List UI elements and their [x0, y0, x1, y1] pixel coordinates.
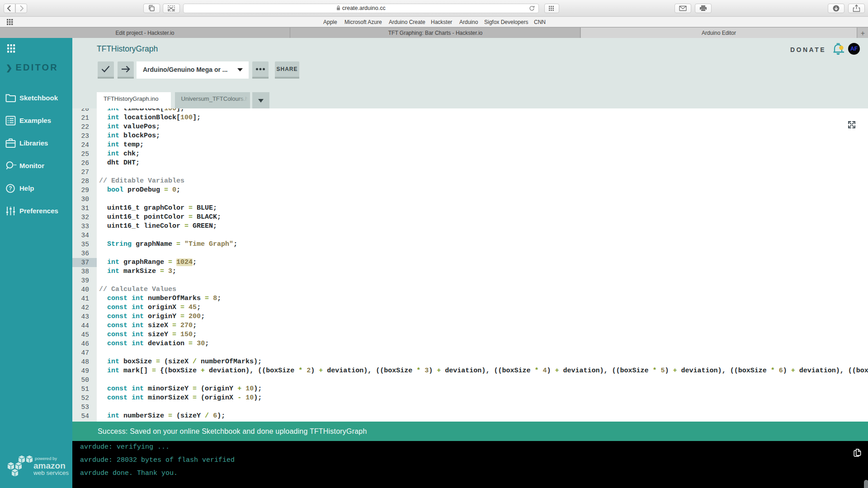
svg-text:?: ? [9, 185, 12, 192]
svg-text:amazon: amazon [33, 461, 66, 470]
svg-text:powered by: powered by [35, 456, 57, 461]
svg-text:web services: web services [33, 469, 69, 476]
